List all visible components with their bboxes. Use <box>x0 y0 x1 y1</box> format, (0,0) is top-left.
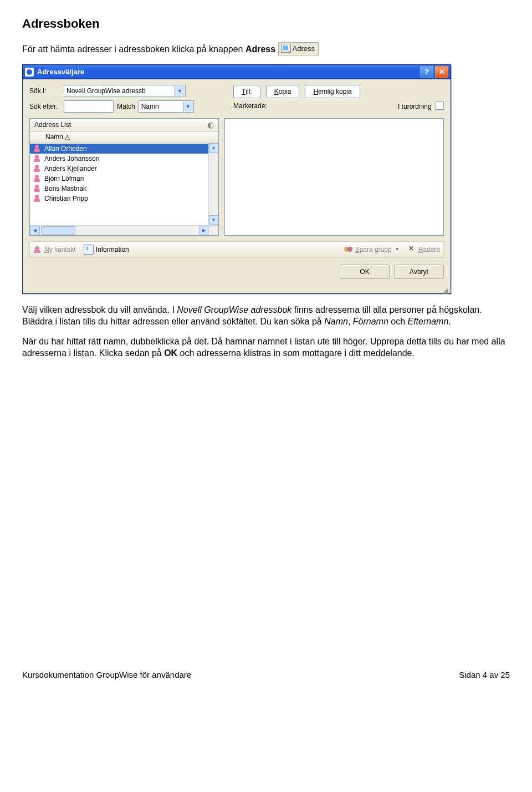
ok-button[interactable]: OK <box>340 265 390 279</box>
footer-right: Sidan 4 av 25 <box>459 670 510 679</box>
scroll-corner <box>208 225 218 235</box>
dialog-body: Sök i: Novell GroupWise adressb ▼ Sök ef… <box>23 79 451 286</box>
address-list-body: Allan Orheden Anders Johansson Anders Kj… <box>30 143 218 235</box>
radera-button[interactable]: Radera <box>407 245 440 254</box>
footer-left: Kursdokumentation GroupWise för användar… <box>22 670 191 679</box>
ny-kontakt-label: Ny kontakt <box>44 246 76 253</box>
information-label: Information <box>96 246 129 253</box>
adressvaljare-dialog: Adressväljare ? ✕ Sök i: Novell GroupWis… <box>22 64 451 294</box>
address-list-tab[interactable]: Address List ◐ <box>30 119 218 131</box>
p2-f: och <box>388 317 408 326</box>
group-icon <box>344 245 353 254</box>
spara-grupp-button[interactable]: Spara grupp ▼ <box>344 245 400 254</box>
list-item-label: Björn Löfman <box>44 175 84 182</box>
person-icon <box>33 145 41 153</box>
radera-label: Radera <box>418 246 440 253</box>
horizontal-scrollbar[interactable]: ◀ ▶ <box>30 225 209 235</box>
resize-grip-icon[interactable]: ◢ <box>23 286 451 293</box>
adress-toolbar-button: Adress <box>278 42 319 55</box>
list-item-label: Anders Kjellander <box>44 165 97 172</box>
vertical-scrollbar[interactable]: ▲ ▼ <box>208 143 218 225</box>
close-button[interactable]: ✕ <box>435 66 448 78</box>
sok-efter-label: Sök efter: <box>29 103 60 110</box>
match-value: Namn <box>141 103 159 110</box>
delete-icon <box>407 245 416 254</box>
contact-icon <box>33 245 42 254</box>
person-icon <box>33 195 41 202</box>
help-button[interactable]: ? <box>420 66 433 78</box>
match-combo[interactable]: Namn ▼ <box>139 100 194 113</box>
chevron-down-icon[interactable]: ▼ <box>175 86 185 96</box>
tab-decor-icon: ◐ <box>207 120 214 129</box>
page-footer: Kursdokumentation GroupWise för användar… <box>22 670 510 679</box>
list-item[interactable]: Björn Löfman <box>30 174 218 184</box>
scroll-left-icon[interactable]: ◀ <box>30 226 40 235</box>
person-icon <box>33 165 41 172</box>
adress-icon <box>281 44 291 53</box>
adress-btn-label: Adress <box>293 44 315 53</box>
scroll-up-icon[interactable]: ▲ <box>209 143 218 153</box>
address-list-tab-label: Address List <box>34 121 71 129</box>
turordning-checkbox[interactable] <box>436 101 444 110</box>
scroll-right-icon[interactable]: ▶ <box>199 226 209 235</box>
paragraph-2: Välj vilken adressbok du vill använda. I… <box>22 304 510 328</box>
paragraph-3: När du har hittat rätt namn, dubbelklick… <box>22 336 510 359</box>
spara-grupp-label: Spara grupp <box>355 246 392 253</box>
list-item-label: Anders Johansson <box>44 155 99 163</box>
p2-d: , <box>348 317 353 326</box>
turordning-label: I turordning <box>398 103 432 110</box>
person-icon <box>33 155 41 163</box>
sok-i-combo[interactable]: Novell GroupWise adressb ▼ <box>64 85 186 97</box>
list-item-label: Boris Mastnak <box>44 185 86 192</box>
sok-efter-input[interactable] <box>64 100 114 113</box>
p2-e: Förnamn <box>353 317 388 326</box>
column-header-namn[interactable]: Namn △ <box>30 131 218 143</box>
scroll-thumb[interactable] <box>41 226 75 235</box>
avbryt-button[interactable]: Avbryt <box>394 265 444 279</box>
p3-b: OK <box>164 348 177 358</box>
list-item[interactable]: Anders Kjellander <box>30 164 218 174</box>
info-icon <box>84 245 94 255</box>
ny-kontakt-button[interactable]: Ny kontakt <box>33 245 76 254</box>
hemlig-kopia-button[interactable]: Hemlig kopia <box>305 85 360 98</box>
person-icon <box>33 175 41 182</box>
list-item[interactable]: Boris Mastnak <box>30 184 218 194</box>
intro-paragraph: För att hämta adresser i adressboken kli… <box>22 43 510 57</box>
dialog-title: Adressväljare <box>37 68 418 76</box>
p2-c: Namn <box>324 317 348 326</box>
scroll-down-icon[interactable]: ▼ <box>209 215 218 225</box>
sok-i-value: Novell GroupWise adressb <box>66 87 146 95</box>
page-title: Adressboken <box>22 17 510 31</box>
p2-i: Novell GroupWise adressbok <box>177 305 291 314</box>
list-item-label: Christian Pripp <box>44 195 88 202</box>
person-icon <box>33 185 41 192</box>
kopia-button[interactable]: Kopia <box>266 85 300 98</box>
till-label: ill: <box>245 88 252 95</box>
list-item-label: Allan Orheden <box>44 145 87 153</box>
chevron-down-icon[interactable]: ▼ <box>183 101 193 111</box>
list-item[interactable]: Anders Johansson <box>30 154 218 164</box>
dialog-toolbar: Ny kontakt Information Spara grupp ▼ Rad… <box>29 241 444 258</box>
markerade-label: Markerade: <box>233 102 267 110</box>
address-list-panel: Address List ◐ Namn △ Allan Orheden Ande… <box>29 118 219 236</box>
dialog-titlebar: Adressväljare ? ✕ <box>23 65 451 79</box>
list-item[interactable]: Allan Orheden <box>30 144 218 154</box>
intro-text: För att hämta adresser i adressboken kli… <box>22 44 245 54</box>
information-button[interactable]: Information <box>84 245 129 255</box>
app-icon <box>25 68 34 77</box>
p2-a: Välj vilken adressbok du vill använda. I <box>22 305 177 314</box>
p2-g: Efternamn <box>407 317 448 326</box>
sok-i-label: Sök i: <box>29 87 60 95</box>
selected-list-panel <box>224 118 444 236</box>
intro-bold: Adress <box>245 44 275 54</box>
p2-h: . <box>448 317 451 326</box>
chevron-down-icon[interactable]: ▼ <box>395 247 400 252</box>
match-label: Match <box>117 103 135 110</box>
p3-c: och adresserna klistras in som mottagare… <box>180 348 415 358</box>
till-button[interactable]: Till: <box>233 85 260 98</box>
list-item[interactable]: Christian Pripp <box>30 194 218 204</box>
